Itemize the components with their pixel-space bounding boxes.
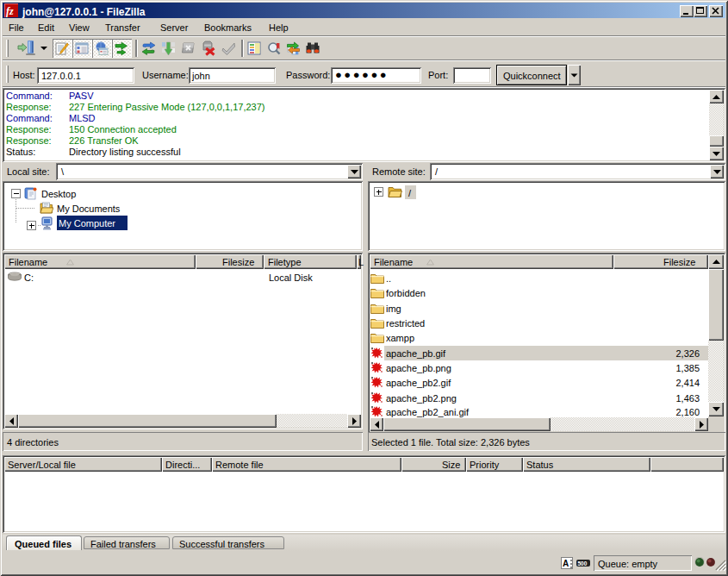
svg-text:fz: fz (6, 5, 14, 17)
